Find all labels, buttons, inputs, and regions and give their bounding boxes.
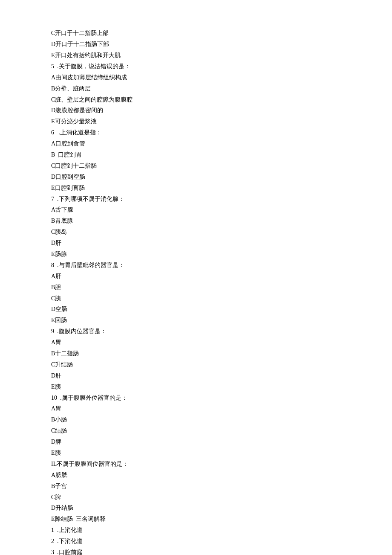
text-line: A由间皮加薄层结缔组织构成 xyxy=(51,72,341,83)
text-line: 5 .关于腹膜，说法错误的是： xyxy=(51,61,341,72)
text-line: E胰 xyxy=(51,447,341,459)
text-line: 1 .上消化道 xyxy=(51,525,341,536)
text-line: D开口于十二指肠下部 xyxy=(51,39,341,50)
text-line: IL不属于腹膜间位器官的是： xyxy=(51,459,341,470)
text-line: A胃 xyxy=(51,403,341,414)
text-line: B 口腔到胃 xyxy=(51,149,341,160)
text-line: D腹膜腔都是密闭的 xyxy=(51,105,341,116)
text-line: A口腔到食管 xyxy=(51,138,341,149)
text-line: E回肠 xyxy=(51,315,341,326)
text-line: E可分泌少量浆液 xyxy=(51,116,341,127)
text-line: D口腔到空肠 xyxy=(51,171,341,183)
text-line: D脾 xyxy=(51,436,341,447)
text-line: E肠腺 xyxy=(51,249,341,260)
text-line: 10 .属于腹膜外位器官的是： xyxy=(51,392,341,404)
text-line: C胰岛 xyxy=(51,227,341,238)
text-line: A舌下腺 xyxy=(51,204,341,215)
text-line: A肝 xyxy=(51,271,341,282)
text-line: B小肠 xyxy=(51,414,341,425)
text-line: D升结肠 xyxy=(51,503,341,514)
text-line: A胃 xyxy=(51,337,341,348)
text-line: C脏、壁层之间的腔隙为腹膜腔 xyxy=(51,94,341,105)
text-line: 2 .下消化道 xyxy=(51,536,341,547)
text-line: B胃底腺 xyxy=(51,215,341,227)
text-line: D肝 xyxy=(51,370,341,381)
text-line: B胆 xyxy=(51,282,341,293)
text-line: C开口于十二指肠上部 xyxy=(51,28,341,39)
text-line: C口腔到十二指肠 xyxy=(51,160,341,171)
text-line: D空肠 xyxy=(51,304,341,315)
main-content: C开口于十二指肠上部D开口于十二指肠下部E开口处有括约肌和开大肌5 .关于腹膜，… xyxy=(51,17,341,555)
text-line: C结肠 xyxy=(51,425,341,436)
text-line: 8 .与胃后壁毗邻的器官是： xyxy=(51,260,341,271)
text-line: E开口处有括约肌和开大肌 xyxy=(51,50,341,61)
text-line: 6 .上消化道是指： xyxy=(51,127,341,138)
text-line: C升结肠 xyxy=(51,359,341,370)
text-line: B分壁、脏两层 xyxy=(51,83,341,94)
text-line: C胰 xyxy=(51,293,341,304)
text-line: 3 .口腔前庭 xyxy=(51,547,341,555)
text-line: E降结肠 三名词解释 xyxy=(51,514,341,525)
text-line: D肝 xyxy=(51,238,341,249)
text-line: B十二指肠 xyxy=(51,348,341,359)
text-line: 7 .下列哪项不属于消化腺： xyxy=(51,194,341,205)
text-line: E口腔到盲肠 xyxy=(51,183,341,194)
text-line: A膀胱 xyxy=(51,470,341,481)
text-line: C脾 xyxy=(51,492,341,503)
text-line: E胰 xyxy=(51,381,341,392)
text-line: 9 .腹膜内位器官是： xyxy=(51,326,341,337)
text-line: B子宫 xyxy=(51,481,341,492)
